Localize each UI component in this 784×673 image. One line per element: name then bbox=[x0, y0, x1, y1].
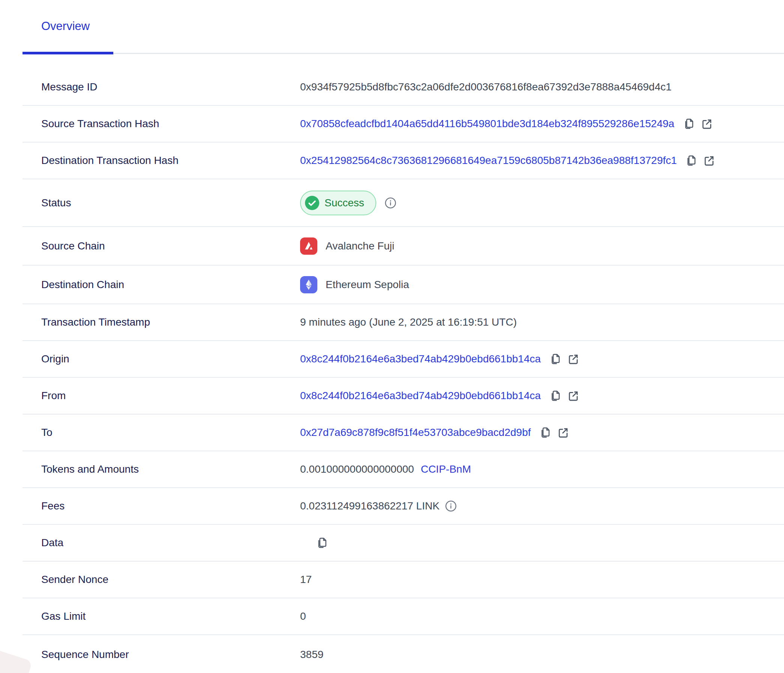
token-amount: 0.001000000000000000 bbox=[300, 463, 414, 475]
avalanche-icon bbox=[300, 238, 317, 255]
table-row-status: Status Success bbox=[22, 179, 784, 227]
external-link-icon[interactable] bbox=[557, 426, 569, 438]
status-label: Status bbox=[41, 197, 300, 209]
table-row-from: From 0x8c244f0b2164e6a3bed74ab429b0ebd66… bbox=[22, 378, 784, 415]
tab-bar: Overview bbox=[22, 0, 784, 54]
table-row-data: Data bbox=[22, 525, 784, 561]
from-label: From bbox=[41, 390, 300, 402]
source-chain-label: Source Chain bbox=[41, 240, 300, 252]
origin-address-link[interactable]: 0x8c244f0b2164e6a3bed74ab429b0ebd661bb14… bbox=[300, 353, 541, 365]
tab-overview[interactable]: Overview bbox=[41, 20, 90, 33]
tokens-and-amounts-label: Tokens and Amounts bbox=[41, 463, 300, 475]
table-row-transaction-timestamp: Transaction Timestamp 9 minutes ago (Jun… bbox=[22, 304, 784, 341]
transaction-timestamp-label: Transaction Timestamp bbox=[41, 316, 300, 328]
table-row-to: To 0x27d7a69c878f9c8f51f4e53703abce9bacd… bbox=[22, 415, 784, 451]
to-address-link[interactable]: 0x27d7a69c878f9c8f51f4e53703abce9bacd2d9… bbox=[300, 426, 531, 438]
table-row-destination-tx-hash: Destination Transaction Hash 0x254129825… bbox=[22, 143, 784, 179]
gas-limit-label: Gas Limit bbox=[41, 610, 300, 622]
fees-value: 0.023112499163862217 LINK bbox=[300, 500, 440, 512]
copy-icon[interactable] bbox=[549, 390, 561, 402]
fees-label: Fees bbox=[41, 500, 300, 512]
tab-active-underline bbox=[22, 52, 113, 54]
copy-icon[interactable] bbox=[683, 118, 695, 130]
table-row-fees: Fees 0.023112499163862217 LINK bbox=[22, 488, 784, 525]
check-circle-icon bbox=[305, 196, 319, 210]
sender-nonce-value: 17 bbox=[300, 574, 312, 586]
transaction-timestamp-value: 9 minutes ago (June 2, 2025 at 16:19:51 … bbox=[300, 316, 516, 328]
table-row-source-tx-hash: Source Transaction Hash 0x70858cfeadcfbd… bbox=[22, 106, 784, 143]
origin-label: Origin bbox=[41, 353, 300, 365]
source-tx-hash-link[interactable]: 0x70858cfeadcfbd1404a65dd4116b549801bde3… bbox=[300, 118, 675, 130]
external-link-icon[interactable] bbox=[703, 155, 715, 166]
status-badge: Success bbox=[300, 191, 376, 215]
data-label: Data bbox=[41, 537, 300, 549]
ethereum-icon bbox=[300, 276, 317, 293]
table-row-sequence-number: Sequence Number 3859 bbox=[22, 635, 784, 673]
table-row-sender-nonce: Sender Nonce 17 bbox=[22, 561, 784, 598]
table-row-message-id: Message ID 0x934f57925b5d8fbc763c2a06dfe… bbox=[22, 69, 784, 106]
table-row-destination-chain: Destination Chain Ethereum Sepolia bbox=[22, 266, 784, 304]
status-badge-text: Success bbox=[325, 197, 364, 209]
destination-tx-hash-link[interactable]: 0x25412982564c8c7363681296681649ea7159c6… bbox=[300, 155, 677, 166]
copy-icon[interactable] bbox=[316, 537, 328, 549]
source-tx-hash-label: Source Transaction Hash bbox=[41, 118, 300, 130]
sequence-number-value: 3859 bbox=[300, 649, 324, 661]
gas-limit-value: 0 bbox=[300, 610, 306, 622]
table-row-tokens-and-amounts: Tokens and Amounts 0.001000000000000000 … bbox=[22, 451, 784, 488]
sender-nonce-label: Sender Nonce bbox=[41, 574, 300, 586]
source-chain-name: Avalanche Fuji bbox=[326, 240, 394, 252]
external-link-icon[interactable] bbox=[701, 118, 713, 130]
copy-icon[interactable] bbox=[685, 155, 697, 166]
table-row-source-chain: Source Chain Avalanche Fuji bbox=[22, 227, 784, 266]
message-id-label: Message ID bbox=[41, 81, 300, 93]
table-row-gas-limit: Gas Limit 0 bbox=[22, 598, 784, 635]
copy-icon[interactable] bbox=[539, 426, 551, 438]
destination-tx-hash-label: Destination Transaction Hash bbox=[41, 155, 300, 166]
external-link-icon[interactable] bbox=[567, 390, 579, 402]
info-icon[interactable] bbox=[384, 197, 397, 209]
transaction-details-table: Message ID 0x934f57925b5d8fbc763c2a06dfe… bbox=[22, 69, 784, 673]
sequence-number-label: Sequence Number bbox=[41, 649, 300, 661]
token-link[interactable]: CCIP-BnM bbox=[421, 463, 471, 475]
to-label: To bbox=[41, 426, 300, 438]
copy-icon[interactable] bbox=[549, 353, 561, 365]
destination-chain-label: Destination Chain bbox=[41, 279, 300, 291]
destination-chain-name: Ethereum Sepolia bbox=[326, 279, 409, 291]
external-link-icon[interactable] bbox=[567, 353, 579, 365]
table-row-origin: Origin 0x8c244f0b2164e6a3bed74ab429b0ebd… bbox=[22, 341, 784, 378]
message-id-value: 0x934f57925b5d8fbc763c2a06dfe2d003676816… bbox=[300, 81, 672, 93]
from-address-link[interactable]: 0x8c244f0b2164e6a3bed74ab429b0ebd661bb14… bbox=[300, 390, 541, 402]
info-icon[interactable] bbox=[445, 500, 457, 512]
